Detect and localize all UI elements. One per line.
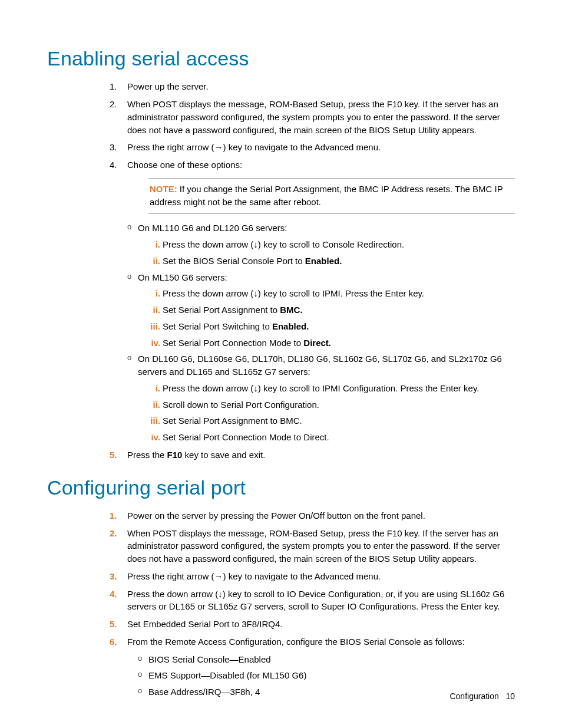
step-item: Choose one of these options: NOTE: If yo… [117, 159, 515, 444]
bullet-text: EMS Support—Disabled (for ML150 G6) [148, 670, 306, 680]
steps-list-2: Power on the server by pressing the Powe… [47, 509, 515, 699]
step-text: key to save and exit. [182, 450, 265, 460]
step-text: From the Remote Access Configuration, co… [127, 637, 465, 647]
substeps: Press the down arrow (↓) key to scroll t… [138, 238, 515, 268]
step-text: Press the down arrow (↓) key to scroll t… [127, 589, 504, 612]
step-text: Power on the server by pressing the Powe… [127, 510, 425, 521]
step-item: Press the F10 key to save and exit. [117, 449, 515, 462]
bold-text: Enabled. [272, 321, 309, 331]
substep-text: Set Serial Port Connection Mode to Direc… [163, 432, 329, 442]
substep-text: Set Serial Port Assignment to [163, 305, 280, 315]
step-item: When POST displays the message, ROM-Base… [117, 527, 515, 565]
group-intro: On ML110 G6 and DL120 G6 servers: [138, 223, 287, 233]
note-text: If you change the Serial Port Assignment… [150, 184, 503, 207]
substep-text: Scroll down to Serial Port Configuration… [163, 400, 319, 410]
step-text: Set Embedded Serial Port to 3F8/IRQ4. [127, 619, 282, 629]
bullet-text: Base Address/IRQ—3F8h, 4 [148, 687, 260, 697]
bold-text: BMC. [280, 305, 302, 315]
substep: Press the down arrow (↓) key to scroll t… [156, 238, 515, 251]
step-text: Choose one of these options: [127, 160, 242, 170]
substep: Set Serial Port Assignment to BMC. [156, 304, 515, 317]
substep-text: Press the down arrow (↓) key to scroll t… [163, 288, 424, 298]
note-label: NOTE: [150, 184, 177, 194]
bold-text: Enabled. [305, 256, 342, 266]
substep: Set Serial Port Assignment to BMC. [156, 414, 515, 427]
substep-text: Set Serial Port Connection Mode to [163, 338, 303, 348]
option-group-list: On ML110 G6 and DL120 G6 servers: Press … [127, 222, 515, 444]
footer-section: Configuration [449, 691, 498, 701]
step-item: Press the down arrow (↓) key to scroll t… [117, 588, 515, 614]
note-box: NOTE: If you change the Serial Port Assi… [148, 179, 515, 214]
bold-text: F10 [167, 450, 183, 460]
step-item: Press the right arrow (→) key to navigat… [117, 141, 515, 154]
substep: Set the BIOS Serial Console Port to Enab… [156, 255, 515, 268]
group-intro: On DL160 G6, DL160se G6, DL170h, DL180 G… [138, 354, 502, 377]
substep: Set Serial Port Connection Mode to Direc… [156, 337, 515, 350]
step-text: When POST displays the message, ROM-Base… [127, 528, 500, 564]
step-text: Press the [127, 450, 167, 460]
substeps: Press the down arrow (↓) key to scroll t… [138, 382, 515, 444]
bullet-item: BIOS Serial Console—Enabled [138, 653, 515, 666]
heading-enabling-serial-access: Enabling serial access [47, 44, 515, 73]
step-item: Set Embedded Serial Port to 3F8/IRQ4. [117, 618, 515, 631]
substep: Set Serial Port Connection Mode to Direc… [156, 431, 515, 444]
substep-text: Press the down arrow (↓) key to scroll t… [163, 383, 479, 393]
footer-page: 10 [505, 691, 515, 701]
substep-text: Set Serial Port Assignment to BMC. [163, 416, 302, 426]
substep: Set Serial Port Switching to Enabled. [156, 320, 515, 333]
steps-list-1-cont: Press the F10 key to save and exit. [47, 449, 515, 462]
heading-configuring-serial-port: Configuring serial port [47, 473, 515, 502]
step-text: Press the right arrow (→) key to navigat… [127, 571, 381, 581]
substep: Press the down arrow (↓) key to scroll t… [156, 287, 515, 300]
substep-text: Set Serial Port Switching to [163, 321, 272, 331]
step-text: When POST displays the message, ROM-Base… [127, 99, 500, 135]
bullet-text: BIOS Serial Console—Enabled [148, 654, 271, 664]
step-text: Power up the server. [127, 81, 209, 91]
substep: Press the down arrow (↓) key to scroll t… [156, 382, 515, 395]
substep: Scroll down to Serial Port Configuration… [156, 398, 515, 411]
group-intro: On ML150 G6 servers: [138, 272, 227, 282]
step-item: Power on the server by pressing the Powe… [117, 509, 515, 522]
option-group: On ML110 G6 and DL120 G6 servers: Press … [127, 222, 515, 267]
step-item: From the Remote Access Configuration, co… [117, 635, 515, 699]
substeps: Press the down arrow (↓) key to scroll t… [138, 287, 515, 349]
step-text: Press the right arrow (→) key to navigat… [127, 142, 381, 152]
bullet-item: EMS Support—Disabled (for ML150 G6) [138, 669, 515, 682]
option-group: On ML150 G6 servers: Press the down arro… [127, 271, 515, 350]
substep-text: Set the BIOS Serial Console Port to [163, 256, 305, 266]
substep-text: Press the down arrow (↓) key to scroll t… [163, 239, 404, 249]
step-item: When POST displays the message, ROM-Base… [117, 98, 515, 136]
page-footer: Configuration 10 [449, 690, 515, 702]
step-item: Press the right arrow (→) key to navigat… [117, 570, 515, 583]
step-item: Power up the server. [117, 80, 515, 93]
bold-text: Direct. [303, 338, 331, 348]
option-group: On DL160 G6, DL160se G6, DL170h, DL180 G… [127, 353, 515, 444]
steps-list-1: Power up the server. When POST displays … [47, 80, 515, 444]
